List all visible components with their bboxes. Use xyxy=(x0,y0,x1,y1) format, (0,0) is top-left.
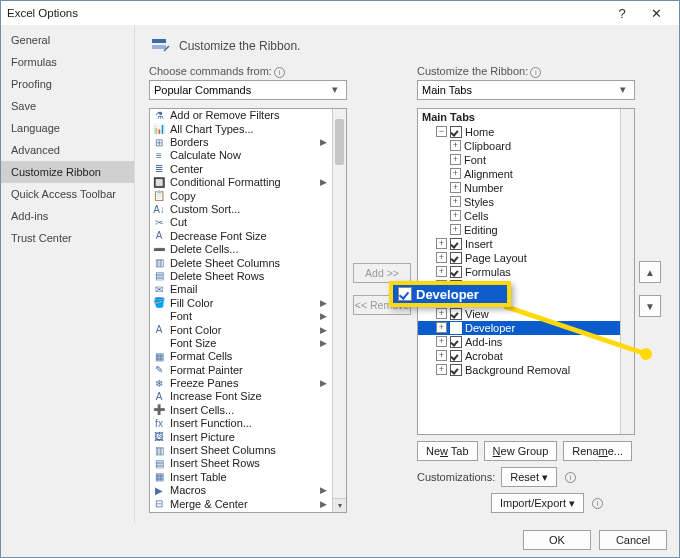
expand-icon[interactable]: + xyxy=(436,364,447,375)
command-item[interactable]: ≣Center xyxy=(150,162,332,175)
command-item[interactable]: ▦Insert Table xyxy=(150,470,332,483)
command-item[interactable]: ⊞Borders▶ xyxy=(150,135,332,148)
expand-icon[interactable]: + xyxy=(436,238,447,249)
command-item[interactable]: ≡Calculate Now xyxy=(150,149,332,162)
expand-icon[interactable]: + xyxy=(450,210,461,221)
command-item[interactable]: fxInsert Function... xyxy=(150,417,332,430)
command-item[interactable]: ❄Freeze Panes▶ xyxy=(150,376,332,389)
expand-icon[interactable]: + xyxy=(450,168,461,179)
command-item[interactable]: 📋Copy xyxy=(150,189,332,202)
rename-button[interactable]: Rename... xyxy=(563,441,632,461)
expand-icon[interactable]: + xyxy=(450,154,461,165)
move-down-button[interactable]: ▼ xyxy=(639,295,661,317)
expand-icon[interactable]: + xyxy=(436,308,447,319)
expand-icon[interactable]: + xyxy=(436,336,447,347)
checkbox[interactable] xyxy=(450,238,462,250)
checkbox[interactable] xyxy=(450,322,462,334)
command-item[interactable]: ➕Insert Cells... xyxy=(150,403,332,416)
command-item[interactable]: ▥Delete Sheet Columns xyxy=(150,256,332,269)
command-item[interactable]: ▥Insert Sheet Columns xyxy=(150,443,332,456)
tree-item-number[interactable]: +Number xyxy=(418,181,620,195)
ribbon-tree[interactable]: Main Tabs −Home+Clipboard+Font+Alignment… xyxy=(417,108,635,435)
tree-item-background-removal[interactable]: +Background Removal xyxy=(418,363,620,377)
sidebar-item-formulas[interactable]: Formulas xyxy=(1,51,134,73)
add-button[interactable]: Add >> xyxy=(353,263,411,283)
tree-item-add-ins[interactable]: +Add-ins xyxy=(418,335,620,349)
tree-item-developer[interactable]: +Developer xyxy=(418,321,620,335)
command-item[interactable]: A↓Custom Sort... xyxy=(150,202,332,215)
command-item[interactable]: ✎Format Painter xyxy=(150,363,332,376)
expand-icon[interactable]: + xyxy=(450,182,461,193)
customize-ribbon-dropdown[interactable]: Main Tabs ▾ xyxy=(417,80,635,100)
new-tab-button[interactable]: New Tab xyxy=(417,441,478,461)
command-item[interactable]: ▦Format Cells xyxy=(150,350,332,363)
checkbox[interactable] xyxy=(450,336,462,348)
command-item[interactable]: ADecrease Font Size xyxy=(150,229,332,242)
tree-item-page-layout[interactable]: +Page Layout xyxy=(418,251,620,265)
tree-item-view[interactable]: +View xyxy=(418,307,620,321)
tree-item-styles[interactable]: +Styles xyxy=(418,195,620,209)
sidebar-item-quick-access-toolbar[interactable]: Quick Access Toolbar xyxy=(1,183,134,205)
ok-button[interactable]: OK xyxy=(523,530,591,550)
tree-item-insert[interactable]: +Insert xyxy=(418,237,620,251)
expand-icon[interactable]: + xyxy=(436,322,447,333)
close-button[interactable]: ✕ xyxy=(639,2,673,24)
expand-icon[interactable]: + xyxy=(436,350,447,361)
sidebar-item-trust-center[interactable]: Trust Center xyxy=(1,227,134,249)
expand-icon[interactable]: + xyxy=(450,140,461,151)
checkbox[interactable] xyxy=(450,308,462,320)
command-item[interactable]: AIncrease Font Size xyxy=(150,390,332,403)
command-item[interactable]: ➖Delete Cells... xyxy=(150,243,332,256)
command-item[interactable]: AFont Color▶ xyxy=(150,323,332,336)
sidebar-item-customize-ribbon[interactable]: Customize Ribbon xyxy=(1,161,134,183)
command-item[interactable]: ▶Macros▶ xyxy=(150,484,332,497)
tree-item-cells[interactable]: +Cells xyxy=(418,209,620,223)
command-item[interactable]: ▤Delete Sheet Rows xyxy=(150,269,332,282)
expand-icon[interactable]: + xyxy=(436,266,447,277)
commands-list[interactable]: ⚗Add or Remove Filters📊All Chart Types..… xyxy=(149,108,347,513)
checkbox[interactable] xyxy=(450,266,462,278)
info-icon[interactable]: i xyxy=(274,67,285,78)
scrollbar[interactable] xyxy=(332,109,346,498)
expand-icon[interactable]: + xyxy=(436,252,447,263)
command-item[interactable]: ✉Email xyxy=(150,283,332,296)
sidebar-item-proofing[interactable]: Proofing xyxy=(1,73,134,95)
command-item[interactable]: ⚗Add or Remove Filters xyxy=(150,109,332,122)
cancel-button[interactable]: Cancel xyxy=(599,530,667,550)
info-icon[interactable]: i xyxy=(530,67,541,78)
import-export-dropdown[interactable]: Import/Export ▾ xyxy=(491,493,584,513)
command-item[interactable]: 🔲Conditional Formatting▶ xyxy=(150,176,332,189)
tree-item-alignment[interactable]: +Alignment xyxy=(418,167,620,181)
checkbox[interactable] xyxy=(450,350,462,362)
info-icon[interactable]: i xyxy=(565,472,576,483)
tree-item-font[interactable]: +Font xyxy=(418,153,620,167)
sidebar-item-add-ins[interactable]: Add-ins xyxy=(1,205,134,227)
checkbox[interactable] xyxy=(450,126,462,138)
command-item[interactable]: Font▶ xyxy=(150,309,332,322)
command-item[interactable]: ✂Cut xyxy=(150,216,332,229)
command-item[interactable]: ⊟Merge & Center▶ xyxy=(150,497,332,510)
checkbox[interactable] xyxy=(450,252,462,264)
sidebar-item-advanced[interactable]: Advanced xyxy=(1,139,134,161)
expand-icon[interactable]: + xyxy=(450,196,461,207)
move-up-button[interactable]: ▲ xyxy=(639,261,661,283)
sidebar-item-general[interactable]: General xyxy=(1,29,134,51)
tree-item-clipboard[interactable]: +Clipboard xyxy=(418,139,620,153)
info-icon[interactable]: i xyxy=(592,498,603,509)
scrollbar[interactable] xyxy=(620,109,634,434)
tree-item-formulas[interactable]: +Formulas xyxy=(418,265,620,279)
sidebar-item-save[interactable]: Save xyxy=(1,95,134,117)
tree-item-acrobat[interactable]: +Acrobat xyxy=(418,349,620,363)
command-item[interactable]: 📊All Chart Types... xyxy=(150,122,332,135)
checkbox[interactable] xyxy=(450,364,462,376)
help-button[interactable]: ? xyxy=(605,2,639,24)
collapse-icon[interactable]: − xyxy=(436,126,447,137)
expand-icon[interactable]: + xyxy=(450,224,461,235)
command-item[interactable]: Font Size▶ xyxy=(150,336,332,349)
tree-item-editing[interactable]: +Editing xyxy=(418,223,620,237)
scroll-down-icon[interactable]: ▾ xyxy=(332,498,346,512)
command-item[interactable]: 🪣Fill Color▶ xyxy=(150,296,332,309)
command-item[interactable]: 🖼Insert Picture xyxy=(150,430,332,443)
choose-commands-dropdown[interactable]: Popular Commands ▾ xyxy=(149,80,347,100)
sidebar-item-language[interactable]: Language xyxy=(1,117,134,139)
